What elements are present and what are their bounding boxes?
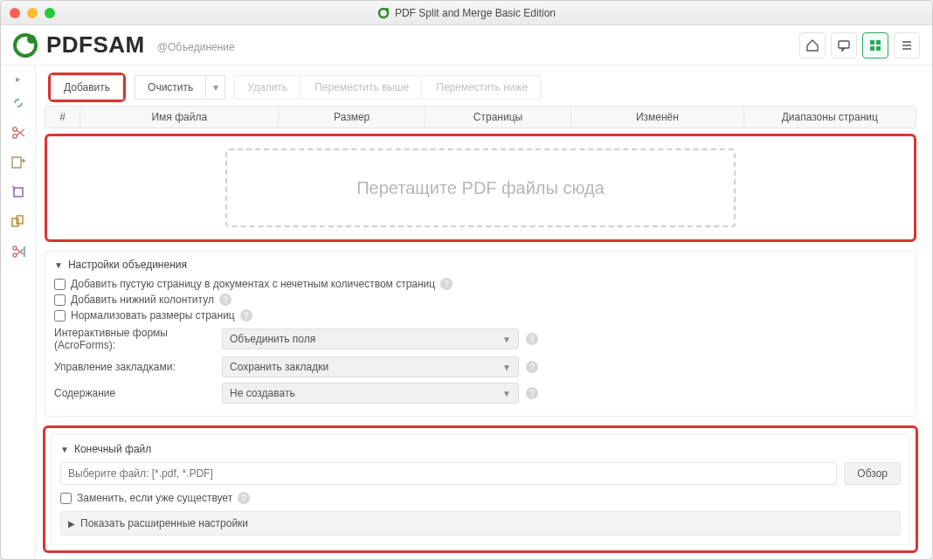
output-header[interactable]: ▼ Конечный файл — [60, 443, 901, 455]
svg-point-18 — [13, 246, 17, 250]
chevron-down-icon: ▼ — [502, 335, 511, 344]
opt-blank-checkbox[interactable] — [54, 279, 66, 290]
opt-normalize-checkbox[interactable] — [54, 310, 66, 321]
toc-row: Содержание Не создавать▼ ? — [54, 383, 907, 404]
delete-button: Удалить — [234, 75, 301, 100]
col-pages: Страницы — [425, 107, 571, 128]
advanced-toggle[interactable]: ▶ Показать расширенные настройки — [60, 511, 901, 536]
dropzone[interactable]: Перетащите PDF файлы сюда — [225, 149, 735, 227]
brand-name: PDFSAM — [46, 31, 145, 59]
chevron-down-icon: ▼ — [502, 363, 511, 372]
sidebar-item-rotate[interactable] — [3, 179, 33, 205]
sidebar-item-split-size[interactable] — [3, 239, 33, 265]
forms-label: Интерактивные формы (AcroForms): — [54, 327, 222, 351]
main-row: ▸ Добавить Очистить ▾ Удалить Перемести — [1, 66, 932, 559]
titlebar: PDF Split and Merge Basic Edition — [1, 1, 932, 25]
sidebar-collapse[interactable]: ▸ — [3, 71, 33, 86]
svg-rect-6 — [876, 46, 881, 51]
table-header: # Имя файла Размер Страницы Изменён Диап… — [45, 106, 916, 128]
browse-button[interactable]: Обзор — [844, 462, 901, 485]
highlight-add: Добавить — [48, 73, 126, 102]
help-icon[interactable]: ? — [526, 361, 538, 373]
help-icon[interactable]: ? — [219, 294, 232, 306]
overwrite-row: Заменить, если уже существует ? — [60, 492, 901, 504]
window-title-text: PDF Split and Merge Basic Edition — [395, 7, 556, 19]
grid-icon — [868, 38, 882, 52]
col-size: Размер — [279, 107, 425, 128]
app-icon — [377, 7, 390, 19]
col-ranges: Диапазоны страниц — [744, 107, 916, 128]
toolbar: Добавить Очистить ▾ Удалить Переместить … — [48, 73, 918, 102]
brand-left: PDFSAM @Объединение — [13, 31, 235, 59]
output-title: Конечный файл — [74, 443, 151, 455]
output-file-input[interactable] — [60, 462, 837, 485]
help-icon[interactable]: ? — [440, 278, 453, 290]
opt-blank-label: Добавить пустую страницу в документах с … — [71, 278, 435, 290]
svg-point-1 — [385, 8, 389, 11]
scissors-icon — [10, 124, 27, 142]
sidebar-item-merge[interactable] — [3, 90, 33, 116]
merge-settings-header[interactable]: ▼ Настройки объединения — [54, 259, 907, 271]
help-icon[interactable]: ? — [526, 333, 538, 345]
help-icon[interactable]: ? — [240, 309, 252, 321]
help-icon[interactable]: ? — [526, 387, 538, 399]
menu-button[interactable] — [894, 32, 920, 59]
opt-normalize-label: Нормализовать размеры страниц — [71, 309, 235, 321]
app-window: PDF Split and Merge Basic Edition PDFSAM… — [0, 0, 933, 560]
notifications-button[interactable] — [831, 32, 857, 59]
logo-icon — [13, 33, 38, 58]
extract-icon — [10, 154, 27, 171]
help-icon[interactable]: ? — [238, 492, 250, 504]
svg-rect-14 — [12, 157, 21, 168]
forms-value: Объединить поля — [230, 333, 315, 345]
speech-icon — [837, 38, 851, 52]
sidebar: ▸ — [1, 66, 36, 559]
sidebar-item-split[interactable] — [3, 120, 33, 146]
hamburger-icon — [900, 38, 914, 52]
opt-footer-checkbox[interactable] — [54, 294, 66, 306]
link-icon — [10, 94, 27, 112]
sidebar-item-mix[interactable] — [3, 209, 33, 235]
overwrite-label: Заменить, если уже существует — [77, 492, 232, 504]
header-actions — [799, 32, 920, 59]
output-section: ▼ Конечный файл Обзор Заменить, если уже… — [51, 433, 910, 545]
chevron-down-icon: ▼ — [60, 445, 69, 454]
rotate-icon — [10, 183, 27, 201]
svg-rect-15 — [14, 188, 23, 197]
home-button[interactable] — [799, 32, 826, 59]
forms-select[interactable]: Объединить поля▼ — [222, 328, 519, 349]
svg-rect-3 — [870, 40, 874, 45]
bookmarks-label: Управление закладками: — [54, 361, 222, 373]
advanced-label: Показать расширенные настройки — [80, 517, 248, 529]
highlight-output: ▼ Конечный файл Обзор Заменить, если уже… — [43, 425, 918, 553]
output-file-row: Обзор — [60, 462, 901, 485]
scissors2-icon — [10, 243, 27, 260]
clear-button[interactable]: Очистить — [135, 75, 206, 100]
add-button[interactable]: Добавить — [51, 75, 123, 100]
toc-value: Не создавать — [230, 387, 295, 399]
content-area: Добавить Очистить ▾ Удалить Переместить … — [36, 66, 932, 559]
brand-subtitle: @Объединение — [157, 41, 235, 53]
svg-rect-2 — [839, 41, 849, 48]
sidebar-item-extract[interactable] — [3, 149, 33, 176]
bookmarks-row: Управление закладками: Сохранить закладк… — [54, 356, 907, 377]
brand-bar: PDFSAM @Объединение — [1, 25, 932, 66]
moveup-button: Переместить выше — [302, 75, 422, 100]
dashboard-button[interactable] — [862, 32, 888, 59]
overwrite-checkbox[interactable] — [60, 493, 72, 504]
svg-point-11 — [12, 135, 16, 138]
svg-line-12 — [17, 130, 24, 136]
clear-dropdown[interactable]: ▾ — [206, 75, 225, 100]
home-icon — [805, 38, 819, 52]
toc-select[interactable]: Не создавать▼ — [222, 383, 519, 404]
bookmarks-select[interactable]: Сохранить закладки▼ — [222, 356, 519, 377]
opt-blank-row: Добавить пустую страницу в документах с … — [54, 278, 907, 290]
dropzone-hint: Перетащите PDF файлы сюда — [356, 178, 605, 198]
svg-rect-17 — [17, 216, 23, 224]
highlight-dropzone: Перетащите PDF файлы сюда — [45, 134, 916, 242]
merge-settings-title: Настройки объединения — [68, 259, 187, 271]
col-modified: Изменён — [571, 107, 743, 128]
merge-settings-section: ▼ Настройки объединения Добавить пустую … — [45, 251, 916, 417]
svg-point-10 — [12, 128, 16, 131]
chevron-right-icon: ▶ — [68, 519, 75, 529]
